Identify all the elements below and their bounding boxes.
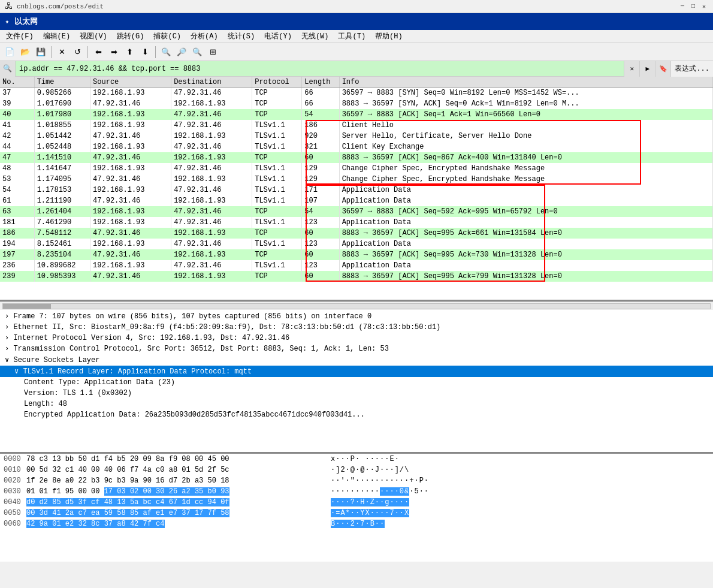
h-scroll[interactable] [0,301,713,310]
detail-row[interactable]: Content Type: Application Data (23) [0,377,713,388]
hex-byte: cc [195,498,208,506]
close-button[interactable]: ✕ [700,2,708,11]
tb-close[interactable]: ✕ [55,45,69,59]
filter-bookmark[interactable]: 🔖 [655,61,670,77]
table-row[interactable]: 1978.23510447.92.31.46192.168.1.93TCP608… [0,249,713,260]
table-row[interactable]: 531.17409547.92.31.46192.168.1.93TLSv1.1… [0,174,713,185]
hex-byte: 8c [91,520,104,528]
tb-fwd[interactable]: ➡ [107,45,121,59]
hex-byte: f9 [169,455,182,463]
hex-byte: 02 [130,487,143,496]
menu-file[interactable]: 文件(F) [2,30,37,43]
detail-row[interactable]: › Internet Protocol Version 4, Src: 192.… [0,333,713,343]
detail-row[interactable]: ∨ TLSv1.1 Record Layer: Application Data… [0,366,713,377]
detail-row[interactable]: ∨ Secure Sockets Layer [0,354,713,366]
hex-ascii: ··'·"···········+·P· [331,477,429,485]
table-row[interactable]: 481.141647192.168.1.9347.92.31.46TLSv1.1… [0,163,713,174]
tb-filter[interactable]: ⊞ [206,45,220,59]
hex-ascii-char: · [346,466,351,474]
menu-capture[interactable]: 捕获(C) [150,30,185,43]
hex-byte: 00 [26,509,40,517]
tb-zoomin[interactable]: 🔎 [174,45,189,59]
table-row[interactable]: 541.178153192.168.1.9347.92.31.46TLSv1.1… [0,185,713,195]
hex-bytes: 00 5d 32 c1 40 00 40 06 f7 4a c0 a8 01 5… [26,466,326,474]
table-row[interactable]: 421.05144247.92.31.46192.168.1.93TLSv1.1… [0,131,713,141]
table-row[interactable]: 391.01769047.92.31.46192.168.1.93TCP6688… [0,98,713,109]
tb-up[interactable]: ⬆ [122,45,137,59]
hex-byte: c4 [156,498,169,506]
app-title-bar: ✦ 以太网 [0,13,713,30]
table-row[interactable]: 23610.899682192.168.1.9347.92.31.46TLSv1… [0,260,713,271]
hex-byte: 3f [78,498,91,506]
maximize-button[interactable]: □ [689,2,697,11]
detail-row[interactable]: Encrypted Application Data: 26a235b093d0… [0,409,713,420]
detail-arrow: ∨ [14,367,23,376]
detail-row[interactable]: › Frame 7: 107 bytes on wire (856 bits),… [0,311,713,322]
hex-ascii-char: * [346,509,351,517]
table-row[interactable]: 441.052448192.168.1.9347.92.31.46TLSv1.1… [0,141,713,152]
tb-refresh[interactable]: ↺ [70,45,84,59]
menu-stats[interactable]: 统计(S) [224,30,259,43]
hex-byte: cf [91,498,104,506]
tb-save[interactable]: 💾 [34,45,48,59]
table-row[interactable]: 471.14151047.92.31.46192.168.1.93TCP6088… [0,152,713,163]
table-row[interactable]: 370.985266192.168.1.9347.92.31.46TCP6636… [0,88,713,98]
hex-section: 000078 c3 13 bb 50 d1 f4 b5 20 09 8a f9 … [0,454,713,562]
detail-row[interactable]: › Ethernet II, Src: BiostarM_09:8a:f9 (f… [0,322,713,333]
title-bar: 🖧 cnblogs.com/posts/edit ─ □ ✕ [0,0,713,13]
filter-apply[interactable]: ▶ [639,61,655,77]
table-row[interactable]: 631.261404192.168.1.9347.92.31.46TCP5436… [0,206,713,217]
hex-byte: 16 [156,477,169,485]
hex-ascii-char: · [370,509,375,517]
hex-ascii-char: · [365,477,370,485]
menu-goto[interactable]: 跳转(G) [113,30,148,43]
table-row[interactable]: 1817.461290192.168.1.9347.92.31.46TLSv1.… [0,217,713,228]
hex-ascii-char: · [331,466,336,474]
tb-zoomout[interactable]: 🔍 [190,45,204,59]
detail-text: Length: 48 [24,400,67,408]
table-row[interactable]: 1948.152461192.168.1.9347.92.31.46TLSv1.… [0,239,713,249]
hex-byte: bc [143,498,156,506]
hex-ascii-char: P [419,477,424,485]
hex-byte: 7f [143,520,156,528]
hex-row: 001000 5d 32 c1 40 00 40 06 f7 4a c0 a8 … [0,465,713,475]
hex-byte: 67 [169,498,182,506]
tb-open[interactable]: 📂 [18,45,32,59]
filter-input[interactable] [16,61,624,76]
col-time: Time [34,77,90,88]
hex-byte: 30 [156,487,169,496]
table-row[interactable]: 1867.54811247.92.31.46192.168.1.93TCP608… [0,228,713,239]
tb-search[interactable]: 🔍 [159,45,173,59]
table-row[interactable]: 611.21119047.92.31.46192.168.1.93TLSv1.1… [0,195,713,206]
menu-view[interactable]: 视图(V) [76,30,111,43]
tb-back[interactable]: ⬅ [91,45,105,59]
detail-text: Internet Protocol Version 4, Src: 192.16… [13,334,289,342]
hex-byte: 2f [208,466,221,474]
menu-wireless[interactable]: 无线(W) [298,30,333,43]
tb-new[interactable]: 📄 [2,45,17,59]
table-row[interactable]: 411.018855192.168.1.9347.92.31.46TLSv1.1… [0,120,713,131]
hex-byte: 5a [130,498,143,506]
filter-expr-label[interactable]: 表达式... [670,61,713,77]
hex-byte: 17 [195,509,208,517]
filter-right: ✕ ▶ 🔖 表达式... [624,61,713,77]
menu-edit[interactable]: 编辑(E) [40,30,74,43]
detail-row[interactable]: Version: TLS 1.1 (0x0302) [0,388,713,399]
menu-phone[interactable]: 电话(Y) [261,30,295,43]
hex-byte: 93 [220,487,229,496]
menu-help[interactable]: 帮助(H) [371,30,406,43]
table-row[interactable]: 401.017980192.168.1.9347.92.31.46TCP5436… [0,109,713,120]
table-row[interactable]: 23910.98539347.92.31.46192.168.1.93TCP60… [0,271,713,282]
menu-tools[interactable]: 工具(T) [334,30,369,43]
filter-clear[interactable]: ✕ [624,61,639,77]
hex-byte: 94 [208,498,221,506]
hex-ascii-char: · [370,477,375,485]
hex-bytes: d0 d2 85 d5 3f cf 48 13 5a bc c4 67 1d c… [26,498,326,506]
hex-ascii-char: B [331,520,336,528]
minimize-button[interactable]: ─ [678,2,687,11]
hex-byte: d0 [26,498,40,506]
detail-row[interactable]: › Transmission Control Protocol, Src Por… [0,343,713,354]
tb-down[interactable]: ⬇ [138,45,152,59]
detail-row[interactable]: Length: 48 [0,399,713,409]
menu-analyze[interactable]: 分析(A) [187,30,222,43]
